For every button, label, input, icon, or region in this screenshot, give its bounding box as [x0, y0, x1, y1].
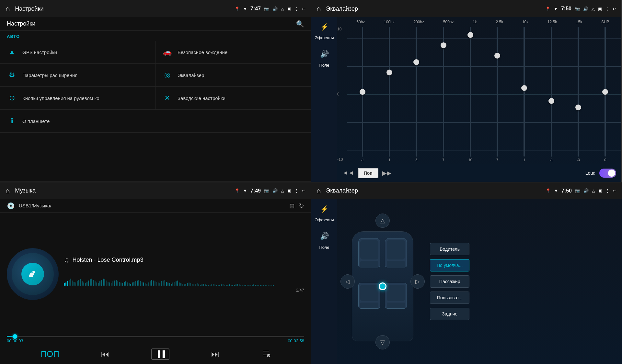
settings-label-extensions: Параметры расширения — [22, 72, 77, 78]
search-icon[interactable]: 🔍 — [296, 20, 304, 28]
eq-val-6: 7 — [496, 158, 498, 162]
more-icon[interactable]: ⋮ — [605, 188, 610, 193]
freq-sub: SUB — [601, 20, 609, 24]
eq-val-5: 10 — [468, 158, 472, 162]
eq-slider-9[interactable]: -3 — [575, 27, 582, 162]
eq-track-6[interactable] — [497, 27, 498, 157]
music-genre-btn[interactable]: ПОП — [40, 349, 59, 359]
info-icon: ℹ — [7, 117, 17, 125]
eq-y-neg10: -10 — [337, 157, 347, 162]
car-icon: 🚗 — [162, 48, 172, 56]
settings-subheader: АВТО — [0, 31, 311, 41]
home-icon[interactable]: ⌂ — [6, 5, 10, 13]
settings-panel: ⌂ Настройки 📍 ▼ 7:47 📷 🔊 △ ▣ ⋮ ↩ Настрой… — [0, 0, 311, 182]
settings-item-equalizer[interactable]: ◎ Эквалайзер — [156, 64, 311, 87]
clock: 7:49 — [250, 188, 261, 194]
freq-100hz: 100hz — [384, 20, 395, 24]
preset-rear-btn[interactable]: Задние — [430, 308, 469, 320]
settings-item-safe-drive[interactable]: 🚗 Безопасное вождение — [156, 41, 311, 64]
wifi-icon: ▼ — [554, 6, 558, 11]
eq-track-5[interactable] — [470, 27, 471, 157]
clock: 7:47 — [250, 6, 261, 12]
freq-2_5k: 2.5k — [496, 20, 503, 24]
car-arrow-up-btn[interactable]: △ — [375, 214, 390, 228]
settings-item-about[interactable]: ℹ О планшете — [0, 110, 311, 133]
screen-icon: ▣ — [598, 188, 602, 193]
music-info: ♫ Holsten - Lose Control.mp3 2/47 — [64, 256, 304, 292]
music-progress-fill — [7, 336, 13, 337]
settings-item-factory[interactable]: ✕ Заводские настройки — [156, 87, 311, 110]
home-icon[interactable]: ⌂ — [6, 187, 10, 195]
eq-volume-btn[interactable]: 🔊 — [311, 47, 337, 61]
home-icon[interactable]: ⌂ — [317, 5, 321, 13]
music-next-btn[interactable]: ⏭ — [211, 349, 220, 359]
eq-icon: ◎ — [162, 71, 172, 79]
eq-effects-btn[interactable]: ⚡ — [311, 20, 337, 33]
back-icon[interactable]: ↩ — [613, 6, 616, 11]
status-icons: 📍 ▼ 7:50 📷 🔊 △ ▣ ⋮ ↩ — [546, 188, 616, 194]
music-repeat-btn[interactable]: ↻ — [299, 202, 304, 210]
eq-y-0: 0 — [337, 92, 347, 96]
seat-cushion-rl — [360, 303, 378, 308]
eq-slider-8[interactable]: -1 — [548, 27, 555, 162]
location-icon: 📍 — [546, 188, 551, 193]
eq-slider-5[interactable]: 10 — [467, 27, 474, 162]
eq-next-btn[interactable]: ▶▶ — [382, 170, 391, 177]
settings-item-extensions[interactable]: ⚙ Параметры расширения — [0, 64, 156, 87]
statusbar-title: Настройки — [15, 6, 232, 12]
preset-driver-btn[interactable]: Водитель — [430, 243, 469, 255]
eq-track-10[interactable] — [605, 27, 606, 157]
eq-loud-toggle[interactable] — [599, 169, 616, 178]
back-icon[interactable]: ↩ — [613, 188, 616, 193]
car-arrow-left-btn[interactable]: ◁ — [340, 274, 355, 289]
eq-slider-3[interactable]: 3 — [413, 27, 420, 162]
eq-track-9[interactable] — [578, 27, 579, 157]
music-counter: 2/47 — [64, 288, 304, 292]
eq-bottom-bar: ◄◄ Поп ▶▶ Loud — [337, 164, 621, 182]
car-arrow-down-btn[interactable]: ▽ — [375, 335, 390, 349]
more-icon[interactable]: ⋮ — [605, 6, 609, 11]
music-grid-btn[interactable]: ⊞ — [289, 202, 295, 210]
more-icon[interactable]: ⋮ — [294, 188, 299, 193]
eq2-effects-btn[interactable]: ⚡ — [311, 203, 337, 215]
album-art — [7, 248, 59, 300]
front-right-seat — [385, 238, 407, 267]
eq-track-8[interactable] — [551, 27, 552, 157]
eq-track-3[interactable] — [416, 27, 417, 157]
music-prev-btn[interactable]: ⏮ — [101, 349, 109, 359]
settings-label-safe-drive: Безопасное вождение — [178, 50, 227, 55]
eq-slider-4[interactable]: 7 — [440, 27, 447, 162]
eq-track-7[interactable] — [524, 27, 525, 157]
back-icon[interactable]: ↩ — [302, 188, 305, 193]
screen-icon: ▣ — [287, 188, 291, 193]
eq-preset-pop-btn[interactable]: Поп — [358, 168, 378, 178]
settings-item-gps[interactable]: ▲ GPS настройки — [0, 41, 156, 64]
eq-track-1[interactable] — [362, 27, 363, 157]
eq-slider-10[interactable]: 0 — [602, 27, 608, 162]
back-icon[interactable]: ↩ — [302, 6, 305, 11]
settings-item-steering[interactable]: ⊙ Кнопки управления на рулевом ко — [0, 87, 156, 110]
eq-slider-1[interactable]: -1 — [359, 27, 366, 162]
music-progress-bar[interactable] — [7, 336, 304, 337]
eq-slider-2[interactable]: 1 — [386, 27, 393, 162]
eq-track-4[interactable] — [443, 27, 444, 157]
eq-slider-7[interactable]: 1 — [521, 27, 527, 162]
music-playlist-btn[interactable] — [261, 348, 271, 360]
preset-default-btn[interactable]: По умолча... — [430, 259, 469, 271]
eq2-preset-buttons: Водитель По умолча... Пассажир Пользоват… — [430, 243, 473, 320]
music-play-btn[interactable]: ▐▐ — [151, 348, 169, 360]
statusbar-eq2: ⌂ Эквалайзер 📍 ▼ 7:50 📷 🔊 △ ▣ ⋮ ↩ — [311, 182, 622, 199]
car-arrow-right-btn[interactable]: ▷ — [410, 274, 425, 289]
preset-custom-btn[interactable]: Пользоват... — [430, 292, 469, 304]
preset-passenger-btn[interactable]: Пассажир — [430, 275, 469, 288]
eq-track-2[interactable] — [389, 27, 390, 157]
more-icon[interactable]: ⋮ — [294, 6, 299, 11]
settings-label-factory: Заводские настройки — [178, 95, 225, 101]
eq2-volume-btn[interactable]: 🔊 — [311, 229, 337, 243]
seat-back-fl — [360, 240, 378, 259]
home-icon[interactable]: ⌂ — [317, 187, 321, 195]
screen-icon: ▣ — [287, 6, 291, 11]
eq-prev-btn[interactable]: ◄◄ — [342, 170, 354, 176]
eq-slider-6[interactable]: 7 — [494, 27, 501, 162]
seat-back-rl — [360, 285, 378, 301]
